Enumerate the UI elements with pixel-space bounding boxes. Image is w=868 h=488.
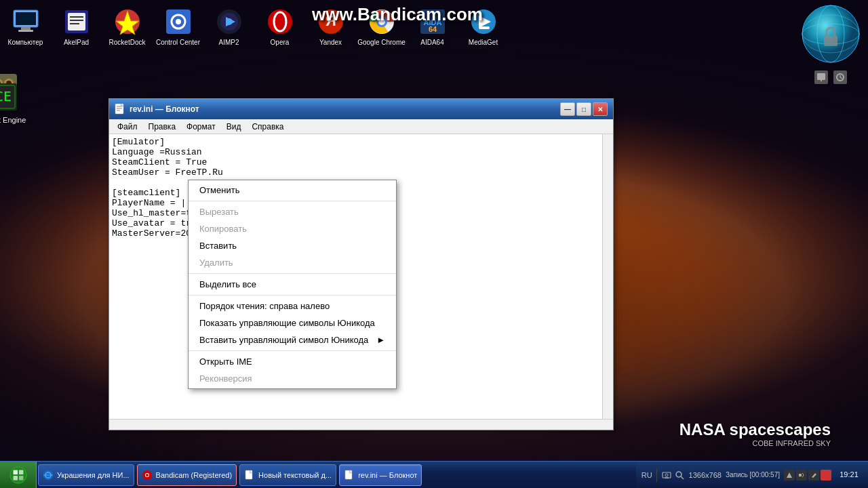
tray-network-icon[interactable] — [661, 470, 672, 481]
notepad-titlebar[interactable]: rev.ini — Блокнот — □ ✕ — [109, 99, 613, 119]
svg-rect-76 — [345, 470, 352, 479]
ctx-paste[interactable]: Вставить — [189, 237, 396, 254]
menu-file[interactable]: Файл — [112, 121, 143, 133]
taskbar-item-newtext[interactable]: Новый текстовый д... — [239, 464, 336, 486]
svg-rect-66 — [18, 470, 23, 474]
tray-lang[interactable]: RU — [642, 471, 652, 479]
nasa-subtitle: COBE INFRARED SKY — [679, 439, 831, 447]
svg-point-64 — [9, 466, 26, 483]
ctx-separator-3 — [189, 295, 396, 296]
tray-edit-icon[interactable] — [808, 470, 819, 481]
desktop: Компьютер AkelPad — [0, 0, 868, 488]
menu-format[interactable]: Формат — [181, 121, 221, 133]
right-icons-panel — [800, 3, 861, 84]
tray-icon-1[interactable] — [814, 70, 828, 84]
taskbar-tray: RU 1366x768 Запись [00:00:57] — [636, 462, 868, 489]
svg-rect-68 — [18, 475, 23, 480]
taskbar-item-ie[interactable]: Украшения для НИ... — [38, 464, 134, 486]
taskbar: Украшения для НИ... Bandicam (Registered… — [0, 461, 868, 488]
svg-text:64: 64 — [428, 25, 437, 33]
ctx-separator-2 — [189, 273, 396, 274]
system-clock: 19:21 — [835, 470, 863, 479]
tray-record-icon[interactable] — [821, 470, 831, 481]
notepad-hscrollbar[interactable] — [109, 419, 613, 430]
icon-label-chrome: Google Chrome — [357, 39, 406, 46]
svg-rect-67 — [13, 475, 18, 480]
svg-line-82 — [681, 476, 684, 479]
menu-help[interactable]: Справка — [246, 121, 289, 133]
ctx-undo[interactable]: Отменить — [189, 182, 396, 199]
desktop-icon-akelpad[interactable]: AkelPad — [51, 3, 102, 49]
nasa-text-panel: NASA spacescapes COBE INFRARED SKY — [679, 420, 831, 447]
tray-icon-2[interactable] — [833, 70, 847, 84]
icon-label-mediaget: MediaGet — [469, 39, 498, 46]
svg-rect-30 — [479, 26, 490, 29]
ctx-separator-4 — [189, 350, 396, 351]
ctx-separator-1 — [189, 201, 396, 201]
network-globe-icon — [800, 3, 861, 64]
desktop-icon-computer[interactable]: Компьютер — [0, 3, 51, 49]
ctx-open-ime[interactable]: Открыть IME — [189, 353, 396, 370]
notepad-title: rev.ini — Блокнот — [130, 104, 559, 114]
svg-rect-2 — [21, 27, 31, 30]
desktop-icon-rocketdock[interactable]: RocketDock — [102, 3, 153, 49]
taskbar-label-ie: Украшения для НИ... — [57, 471, 130, 479]
taskbar-bandicam-icon — [142, 470, 153, 481]
tray-icons-group — [661, 470, 685, 481]
menu-view[interactable]: Вид — [221, 121, 247, 133]
svg-rect-74 — [245, 470, 252, 479]
svg-rect-3 — [18, 30, 33, 32]
icon-label-opera: Opera — [271, 39, 290, 46]
taskbar-ie-icon — [43, 470, 54, 481]
taskbar-newtext-icon — [244, 470, 255, 481]
clock-time: 19:21 — [835, 470, 863, 479]
icon-label-aida64: AIDA64 — [420, 39, 443, 46]
svg-point-73 — [146, 474, 149, 476]
taskbar-item-revini[interactable]: rev.ini — Блокнот — [339, 464, 422, 486]
ctx-cut[interactable]: Вырезать — [189, 203, 396, 220]
svg-point-13 — [176, 19, 181, 24]
minimize-button[interactable]: — — [560, 102, 575, 116]
tray-extra-icons — [784, 470, 831, 481]
ctx-select-all[interactable]: Выделить все — [189, 276, 396, 293]
svg-marker-83 — [787, 472, 792, 478]
ctx-reconversion[interactable]: Реконверсия — [189, 370, 396, 387]
taskbar-label-newtext: Новый текстовый д... — [258, 471, 332, 479]
icon-label-cheat-engine: Cheat Engine — [0, 116, 28, 125]
tray-separator — [656, 468, 657, 482]
svg-point-79 — [665, 474, 668, 476]
svg-point-31 — [802, 5, 859, 62]
ctx-rtl[interactable]: Порядок чтения: справа налево — [189, 298, 396, 314]
icon-label-akelpad: AkelPad — [64, 39, 89, 46]
tray-recording: Запись [00:00:57] — [726, 471, 780, 479]
ctx-delete[interactable]: Удалить — [189, 254, 396, 271]
taskbar-item-bandicam[interactable]: Bandicam (Registered) — [137, 464, 237, 486]
desktop-icon-cheat-engine[interactable]: CE Cheat Engine — [0, 78, 31, 127]
notepad-menubar: Файл Правка Формат Вид Справка — [109, 119, 613, 134]
nasa-title: NASA spacescapes — [679, 420, 831, 439]
ctx-insert-unicode[interactable]: Вставить управляющий символ Юникода ► — [189, 331, 396, 348]
tray-search-icon[interactable] — [674, 470, 685, 481]
ctx-show-unicode[interactable]: Показать управляющие символы Юникода — [189, 314, 396, 331]
svg-rect-65 — [13, 470, 18, 474]
icon-label-computer: Компьютер — [8, 39, 43, 46]
ctx-copy[interactable]: Копировать — [189, 220, 396, 237]
desktop-icon-controlcenter[interactable]: Control Center — [153, 3, 203, 49]
notepad-scrollbar[interactable] — [602, 134, 613, 419]
bandicam-watermark: www.Bandicam.com — [312, 3, 483, 25]
icon-label-aimp2: AIMP2 — [218, 39, 239, 46]
tray-volume-icon[interactable] — [796, 470, 807, 481]
svg-rect-1 — [16, 12, 36, 25]
start-button[interactable] — [0, 462, 37, 489]
close-button[interactable]: ✕ — [593, 102, 608, 116]
desktop-icon-aimp2[interactable]: AIMP2 — [203, 3, 254, 49]
tray-hide-icon[interactable] — [784, 470, 795, 481]
icon-label-controlcenter: Control Center — [156, 39, 200, 46]
menu-edit[interactable]: Правка — [143, 121, 182, 133]
svg-text:CE: CE — [0, 88, 12, 104]
maximize-button[interactable]: □ — [576, 102, 591, 116]
svg-line-40 — [840, 77, 842, 79]
icon-label-yandex: Yandex — [319, 39, 342, 46]
taskbar-label-bandicam: Bandicam (Registered) — [156, 471, 233, 479]
desktop-icon-opera[interactable]: Opera — [254, 3, 305, 49]
